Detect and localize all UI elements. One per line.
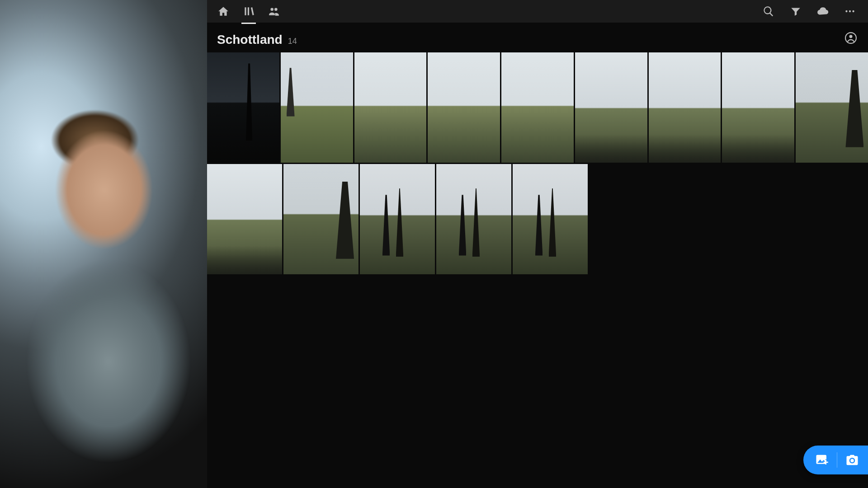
home-icon (217, 5, 229, 17)
photo-thumbnail[interactable] (354, 52, 427, 163)
fab-separator (837, 452, 837, 468)
photo-thumbnail[interactable] (207, 52, 279, 163)
profile-icon (845, 32, 857, 44)
photo-thumbnail[interactable] (575, 52, 647, 163)
profile-button[interactable] (844, 31, 858, 45)
search-button[interactable] (761, 4, 776, 19)
cloud-button[interactable] (816, 4, 830, 19)
photo-thumbnail[interactable] (428, 52, 500, 163)
photo-app: Schottland 14 (207, 0, 868, 488)
album-title: Schottland (217, 33, 283, 47)
cloud-icon (817, 5, 829, 17)
add-photos-fab (803, 446, 868, 474)
add-photos-icon (815, 453, 829, 467)
search-icon (763, 5, 774, 17)
photo-grid (207, 52, 868, 488)
svg-point-1 (849, 10, 851, 12)
photo-thumbnail[interactable] (207, 164, 282, 274)
people-icon (268, 5, 280, 17)
photo-thumbnail[interactable] (281, 52, 353, 163)
photo-thumbnail[interactable] (360, 164, 435, 274)
library-button[interactable] (241, 4, 256, 19)
photo-thumbnail[interactable] (722, 52, 794, 163)
top-bar (207, 0, 868, 23)
album-count: 14 (288, 37, 297, 46)
nav-left (212, 4, 281, 19)
photo-thumbnail[interactable] (796, 52, 868, 163)
svg-point-4 (849, 35, 853, 38)
filter-button[interactable] (788, 4, 803, 19)
camera-button[interactable] (845, 453, 859, 467)
album-header: Schottland 14 (207, 23, 868, 52)
photo-thumbnail[interactable] (513, 164, 588, 274)
nav-right (761, 4, 863, 19)
presenter-webcam-overlay (0, 0, 207, 488)
camera-icon (845, 453, 859, 467)
album-header-actions (844, 31, 858, 45)
grid-row-1 (207, 52, 868, 163)
grid-row-2 (207, 164, 868, 274)
svg-point-2 (852, 10, 854, 12)
shared-button[interactable] (267, 4, 281, 19)
filter-icon (790, 5, 802, 17)
import-photos-button[interactable] (815, 453, 829, 467)
library-icon (243, 5, 255, 17)
more-icon (844, 5, 856, 17)
photo-thumbnail[interactable] (283, 164, 359, 274)
photo-thumbnail[interactable] (501, 52, 574, 163)
photo-thumbnail[interactable] (436, 164, 511, 274)
more-button[interactable] (843, 4, 857, 19)
photo-thumbnail[interactable] (649, 52, 721, 163)
svg-point-0 (845, 10, 847, 12)
home-button[interactable] (216, 4, 231, 19)
